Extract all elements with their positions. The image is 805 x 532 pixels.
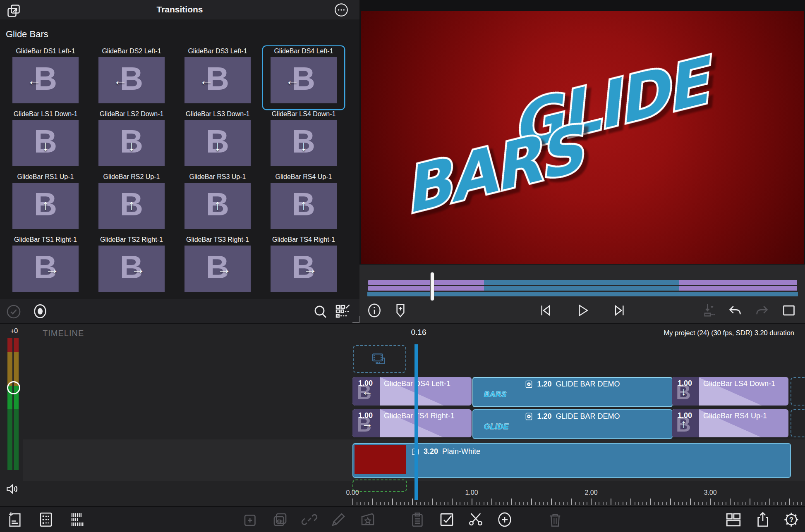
share-button[interactable] <box>754 511 771 528</box>
confirm-selection-button[interactable] <box>5 303 22 320</box>
transition-thumbnail: B → <box>271 246 337 292</box>
scissors-icon <box>467 511 484 528</box>
title-clip-icon <box>525 413 533 420</box>
transition-item[interactable]: GlideBar DS2 Left-1 B ← <box>91 46 172 109</box>
transition-thumbnail: B ↑ <box>98 183 165 229</box>
play-button[interactable] <box>574 302 591 319</box>
detach-audio-button[interactable] <box>271 511 289 528</box>
transition-item-selected[interactable]: GlideBar DS4 Left-1 B ← <box>263 46 344 109</box>
project-manager-button[interactable] <box>37 511 55 528</box>
transition-duration: 1.00 <box>358 411 373 420</box>
transition-item[interactable]: GlideBar RS1 Up-1 B ↑ <box>5 172 86 235</box>
paste-button[interactable] <box>409 511 426 528</box>
arrow-down-icon: ↓ <box>42 137 49 153</box>
search-button[interactable] <box>312 303 329 320</box>
insert-down-icon <box>700 302 716 319</box>
view-options-button[interactable] <box>334 303 351 320</box>
transition-clip-ts4-right[interactable]: B → 1.00 GlideBar TS4 Right-1 <box>352 409 472 437</box>
trash-icon <box>546 511 564 528</box>
audio-mixer-button[interactable] <box>69 511 86 528</box>
transition-item[interactable]: GlideBar LS2 Down-1 B ↓ <box>91 109 172 172</box>
transition-thumbnail: B ← <box>184 57 251 103</box>
delete-clip-button[interactable] <box>546 511 564 528</box>
add-project-icon <box>6 511 24 528</box>
effects-star-icon <box>359 511 376 528</box>
video-editor-app: Transitions Glide Bars GlideBar DS1 Left… <box>0 0 805 532</box>
arrow-right-icon: → <box>45 261 59 277</box>
add-overlay-button[interactable] <box>242 511 259 528</box>
transition-item[interactable]: GlideBar TS3 Right-1 B → <box>177 235 258 298</box>
transition-thumbnail: B → <box>184 246 251 292</box>
transition-item[interactable]: GlideBar TS2 Right-1 B → <box>91 235 172 298</box>
transition-clip-ds4-left[interactable]: B ← 1.00 GlideBar DS4 Left-1 <box>352 377 472 406</box>
go-to-start-button[interactable] <box>537 302 553 319</box>
transition-clip-rs4-up[interactable]: B ↑ 1.00 GlideBar RS4 Up-1 <box>672 409 788 437</box>
transition-thumbnail: B ← <box>12 57 79 103</box>
effects-button[interactable] <box>359 511 376 528</box>
skip-back-icon <box>537 302 553 319</box>
transition-item[interactable]: GlideBar RS2 Up-1 B ↑ <box>91 172 172 235</box>
timeline-playhead[interactable] <box>414 344 418 500</box>
plus-circle-icon <box>496 511 513 528</box>
project-info: My project (24) (30 fps, SDR) 3.20 durat… <box>664 329 794 337</box>
overview-playhead[interactable] <box>431 272 434 301</box>
transition-item[interactable]: GlideBar DS1 Left-1 B ← <box>5 46 86 109</box>
split-clip-button[interactable] <box>467 511 484 528</box>
transition-item[interactable]: GlideBar TS4 Right-1 B → <box>263 235 344 298</box>
transition-item-label: GlideBar LS2 Down-1 <box>91 109 172 119</box>
ruler-label-1: 1.00 <box>465 489 478 496</box>
arrow-up-icon: ↑ <box>42 196 49 212</box>
add-marker-button[interactable] <box>392 302 409 319</box>
add-clip-button[interactable] <box>496 511 513 528</box>
link-icon <box>301 511 318 528</box>
transition-item-label: GlideBar DS2 Left-1 <box>91 46 172 56</box>
timeline-label: TIMELINE <box>43 329 84 338</box>
transition-clip-ls4-down[interactable]: B ↓ 1.00 GlideBar LS4 Down-1 <box>672 377 788 406</box>
transition-item[interactable]: GlideBar TS1 Right-1 B → <box>5 235 86 298</box>
undo-button[interactable] <box>727 302 743 319</box>
track-levels-icon <box>69 511 86 528</box>
arrow-left-icon: ← <box>113 72 127 88</box>
transition-duration: 1.00 <box>678 379 692 388</box>
overlay-plus-icon <box>242 511 259 528</box>
multi-select-button[interactable] <box>438 511 455 528</box>
help-settings-button[interactable]: ? <box>783 511 800 528</box>
panel-more-button[interactable] <box>333 2 349 18</box>
arrow-left-icon: ← <box>199 72 213 88</box>
video-clip-glide-bar-demo-1[interactable]: 1.20 GLIDE BAR DEMO BARS <box>472 377 673 407</box>
transition-item[interactable]: GlideBar LS4 Down-1 B ↓ <box>263 109 344 172</box>
control-strip <box>359 265 805 323</box>
ruler-label-2: 2.00 <box>585 489 597 496</box>
edit-clip-button[interactable] <box>330 511 347 528</box>
transition-item[interactable]: GlideBar LS3 Down-1 B ↓ <box>177 109 258 172</box>
link-clips-button[interactable] <box>301 511 318 528</box>
pencil-icon <box>330 511 347 528</box>
timeline-ruler[interactable] <box>352 499 805 505</box>
clip-name: GLIDE BAR DEMO <box>556 412 620 421</box>
redo-icon <box>754 302 770 319</box>
transition-thumbnail: B ↓ <box>12 120 79 166</box>
filmstrip-icon <box>371 352 389 367</box>
svg-text:?: ? <box>789 516 793 524</box>
new-project-button[interactable] <box>6 511 24 528</box>
transition-item[interactable]: GlideBar RS4 Up-1 B ↑ <box>263 172 344 235</box>
go-to-end-button[interactable] <box>611 302 628 319</box>
insert-overwrite-button[interactable] <box>700 302 716 319</box>
mute-button[interactable] <box>5 481 20 497</box>
preview-transition-button[interactable] <box>32 303 48 320</box>
video-clip-glide-bar-demo-2[interactable]: 1.20 GLIDE BAR DEMO GLIDE <box>472 409 673 439</box>
media-clip-plain-white[interactable]: 3.20 Plain-White <box>352 443 791 478</box>
layout-button[interactable] <box>725 511 742 528</box>
transition-thumbnail: B ↓ <box>184 120 251 166</box>
volume-knob[interactable] <box>7 381 20 394</box>
transition-item[interactable]: GlideBar LS1 Down-1 B ↓ <box>5 109 86 172</box>
transition-item[interactable]: GlideBar DS3 Left-1 B ← <box>177 46 258 109</box>
transition-item[interactable]: GlideBar RS3 Up-1 B ↑ <box>177 172 258 235</box>
redo-button[interactable] <box>754 302 770 319</box>
share-icon <box>754 511 771 528</box>
play-icon <box>574 302 591 319</box>
transition-item-label: GlideBar RS2 Up-1 <box>91 172 172 182</box>
panel-resize-handle[interactable] <box>352 316 360 323</box>
fullscreen-button[interactable] <box>781 302 797 319</box>
clip-info-button[interactable] <box>366 302 383 319</box>
